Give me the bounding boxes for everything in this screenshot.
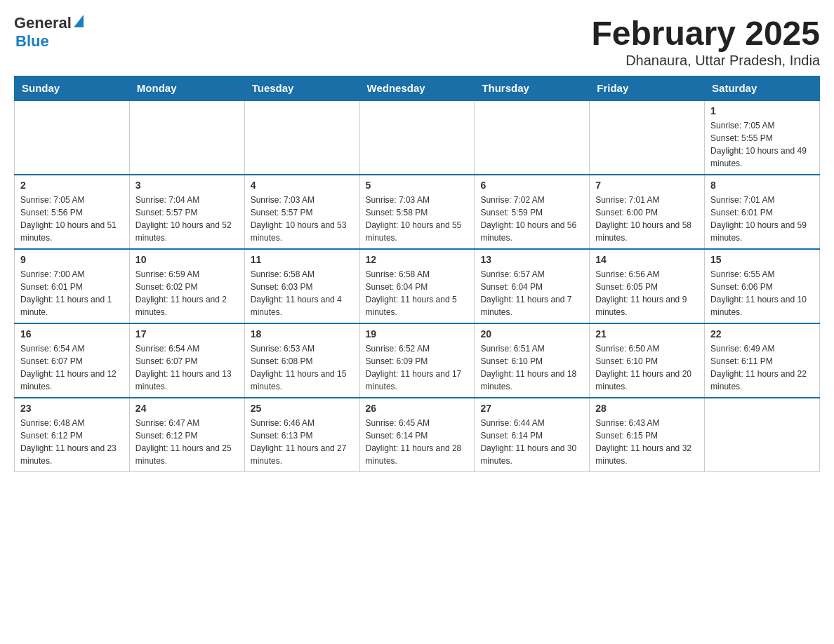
day-info: Sunrise: 6:58 AM Sunset: 6:03 PM Dayligh… <box>251 268 354 318</box>
day-number: 24 <box>135 403 239 414</box>
day-info: Sunrise: 6:50 AM Sunset: 6:10 PM Dayligh… <box>595 342 699 393</box>
day-number: 5 <box>366 180 469 191</box>
table-row: 3Sunrise: 7:04 AM Sunset: 5:57 PM Daylig… <box>129 175 244 249</box>
table-row: 22Sunrise: 6:49 AM Sunset: 6:11 PM Dayli… <box>705 323 820 398</box>
day-number: 22 <box>710 328 814 340</box>
table-row: 19Sunrise: 6:52 AM Sunset: 6:09 PM Dayli… <box>359 323 475 398</box>
table-row: 27Sunrise: 6:44 AM Sunset: 6:14 PM Dayli… <box>475 398 590 472</box>
day-number: 3 <box>135 180 239 191</box>
table-row: 11Sunrise: 6:58 AM Sunset: 6:03 PM Dayli… <box>244 249 359 323</box>
calendar-week-row: 16Sunrise: 6:54 AM Sunset: 6:07 PM Dayli… <box>15 323 820 398</box>
table-row: 13Sunrise: 6:57 AM Sunset: 6:04 PM Dayli… <box>475 249 590 323</box>
logo-triangle-icon <box>74 15 84 27</box>
calendar-header-row: Sunday Monday Tuesday Wednesday Thursday… <box>15 76 820 101</box>
day-info: Sunrise: 7:03 AM Sunset: 5:57 PM Dayligh… <box>251 194 354 244</box>
day-info: Sunrise: 6:45 AM Sunset: 6:14 PM Dayligh… <box>366 417 469 467</box>
table-row: 9Sunrise: 7:00 AM Sunset: 6:01 PM Daylig… <box>15 249 130 323</box>
table-row: 28Sunrise: 6:43 AM Sunset: 6:15 PM Dayli… <box>590 398 705 472</box>
table-row: 14Sunrise: 6:56 AM Sunset: 6:05 PM Dayli… <box>590 249 705 323</box>
header-friday: Friday <box>590 76 705 101</box>
table-row <box>475 100 590 175</box>
logo-general-text: General <box>14 14 72 32</box>
header-sunday: Sunday <box>15 76 130 101</box>
day-number: 26 <box>366 403 469 414</box>
table-row <box>244 100 359 175</box>
table-row: 12Sunrise: 6:58 AM Sunset: 6:04 PM Dayli… <box>359 249 475 323</box>
table-row: 8Sunrise: 7:01 AM Sunset: 6:01 PM Daylig… <box>705 175 820 249</box>
day-info: Sunrise: 7:04 AM Sunset: 5:57 PM Dayligh… <box>135 194 239 244</box>
day-info: Sunrise: 6:44 AM Sunset: 6:14 PM Dayligh… <box>480 417 583 467</box>
table-row <box>359 100 475 175</box>
day-info: Sunrise: 6:46 AM Sunset: 6:13 PM Dayligh… <box>251 417 354 467</box>
day-number: 23 <box>20 403 124 414</box>
logo: General Blue <box>14 14 84 51</box>
day-info: Sunrise: 7:01 AM Sunset: 6:01 PM Dayligh… <box>710 194 814 244</box>
day-number: 27 <box>480 403 583 414</box>
day-number: 4 <box>251 180 354 191</box>
calendar-table: Sunday Monday Tuesday Wednesday Thursday… <box>14 76 820 472</box>
header-wednesday: Wednesday <box>359 76 475 101</box>
table-row: 5Sunrise: 7:03 AM Sunset: 5:58 PM Daylig… <box>359 175 475 249</box>
day-number: 28 <box>595 403 699 414</box>
day-number: 12 <box>366 254 469 265</box>
header-thursday: Thursday <box>475 76 590 101</box>
table-row: 23Sunrise: 6:48 AM Sunset: 6:12 PM Dayli… <box>15 398 130 472</box>
calendar-week-row: 1Sunrise: 7:05 AM Sunset: 5:55 PM Daylig… <box>15 100 820 175</box>
day-number: 10 <box>135 254 239 265</box>
page-title: February 2025 <box>591 14 820 53</box>
day-info: Sunrise: 6:53 AM Sunset: 6:08 PM Dayligh… <box>251 342 354 393</box>
day-number: 17 <box>135 328 239 340</box>
day-info: Sunrise: 6:54 AM Sunset: 6:07 PM Dayligh… <box>135 342 239 393</box>
table-row: 4Sunrise: 7:03 AM Sunset: 5:57 PM Daylig… <box>244 175 359 249</box>
table-row: 15Sunrise: 6:55 AM Sunset: 6:06 PM Dayli… <box>705 249 820 323</box>
table-row: 16Sunrise: 6:54 AM Sunset: 6:07 PM Dayli… <box>15 323 130 398</box>
table-row: 21Sunrise: 6:50 AM Sunset: 6:10 PM Dayli… <box>590 323 705 398</box>
day-info: Sunrise: 6:55 AM Sunset: 6:06 PM Dayligh… <box>710 268 814 318</box>
day-info: Sunrise: 6:58 AM Sunset: 6:04 PM Dayligh… <box>366 268 469 318</box>
day-number: 13 <box>480 254 583 265</box>
day-info: Sunrise: 6:59 AM Sunset: 6:02 PM Dayligh… <box>135 268 239 318</box>
day-number: 21 <box>595 328 699 340</box>
day-number: 11 <box>251 254 354 265</box>
table-row: 17Sunrise: 6:54 AM Sunset: 6:07 PM Dayli… <box>129 323 244 398</box>
table-row: 25Sunrise: 6:46 AM Sunset: 6:13 PM Dayli… <box>244 398 359 472</box>
table-row: 26Sunrise: 6:45 AM Sunset: 6:14 PM Dayli… <box>359 398 475 472</box>
day-info: Sunrise: 6:48 AM Sunset: 6:12 PM Dayligh… <box>20 417 124 467</box>
day-number: 14 <box>595 254 699 265</box>
table-row <box>705 398 820 472</box>
header-monday: Monday <box>129 76 244 101</box>
page-header: General Blue February 2025 Dhanaura, Utt… <box>14 14 820 69</box>
day-info: Sunrise: 6:49 AM Sunset: 6:11 PM Dayligh… <box>710 342 814 393</box>
day-info: Sunrise: 6:47 AM Sunset: 6:12 PM Dayligh… <box>135 417 239 467</box>
day-info: Sunrise: 6:51 AM Sunset: 6:10 PM Dayligh… <box>480 342 583 393</box>
table-row: 1Sunrise: 7:05 AM Sunset: 5:55 PM Daylig… <box>705 100 820 175</box>
calendar-week-row: 9Sunrise: 7:00 AM Sunset: 6:01 PM Daylig… <box>15 249 820 323</box>
day-info: Sunrise: 7:03 AM Sunset: 5:58 PM Dayligh… <box>366 194 469 244</box>
day-number: 2 <box>20 180 124 191</box>
day-info: Sunrise: 7:00 AM Sunset: 6:01 PM Dayligh… <box>20 268 124 318</box>
day-number: 20 <box>480 328 583 340</box>
table-row: 20Sunrise: 6:51 AM Sunset: 6:10 PM Dayli… <box>475 323 590 398</box>
table-row: 2Sunrise: 7:05 AM Sunset: 5:56 PM Daylig… <box>15 175 130 249</box>
calendar-week-row: 23Sunrise: 6:48 AM Sunset: 6:12 PM Dayli… <box>15 398 820 472</box>
title-block: February 2025 Dhanaura, Uttar Pradesh, I… <box>591 14 820 69</box>
day-number: 18 <box>251 328 354 340</box>
day-info: Sunrise: 7:05 AM Sunset: 5:56 PM Dayligh… <box>20 194 124 244</box>
header-saturday: Saturday <box>705 76 820 101</box>
day-info: Sunrise: 7:02 AM Sunset: 5:59 PM Dayligh… <box>480 194 583 244</box>
day-number: 15 <box>710 254 814 265</box>
day-info: Sunrise: 7:05 AM Sunset: 5:55 PM Dayligh… <box>710 119 814 170</box>
table-row <box>590 100 705 175</box>
table-row: 7Sunrise: 7:01 AM Sunset: 6:00 PM Daylig… <box>590 175 705 249</box>
logo-blue-text: Blue <box>15 32 84 51</box>
page-subtitle: Dhanaura, Uttar Pradesh, India <box>591 53 820 69</box>
day-number: 1 <box>710 105 814 116</box>
table-row <box>129 100 244 175</box>
day-info: Sunrise: 6:57 AM Sunset: 6:04 PM Dayligh… <box>480 268 583 318</box>
day-number: 9 <box>20 254 124 265</box>
table-row: 6Sunrise: 7:02 AM Sunset: 5:59 PM Daylig… <box>475 175 590 249</box>
day-info: Sunrise: 6:54 AM Sunset: 6:07 PM Dayligh… <box>20 342 124 393</box>
day-number: 8 <box>710 180 814 191</box>
day-number: 19 <box>366 328 469 340</box>
day-number: 6 <box>480 180 583 191</box>
